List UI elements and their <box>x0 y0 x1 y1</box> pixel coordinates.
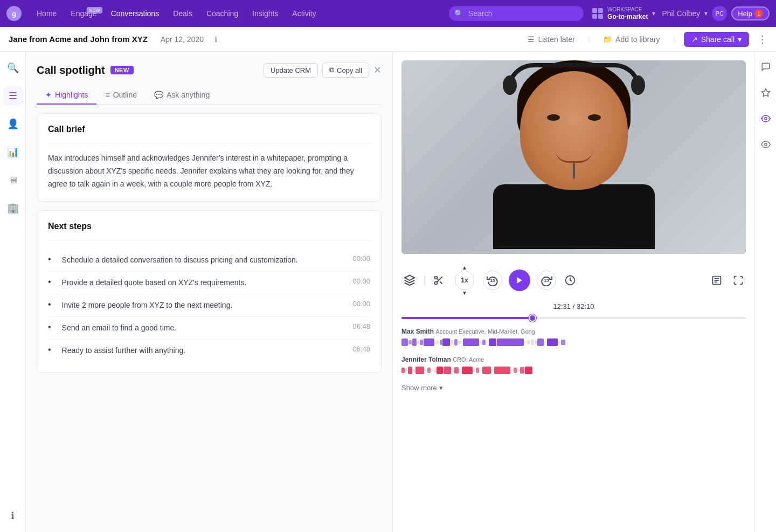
engage-badge: NEW <box>87 7 102 13</box>
update-crm-button[interactable]: Update CRM <box>264 63 318 78</box>
share-call-button[interactable]: ↗ Share call ▾ <box>684 32 749 47</box>
step-time[interactable]: 00:00 <box>352 277 370 285</box>
play-button[interactable] <box>509 270 530 291</box>
next-steps-card: Next steps • Schedule a detailed convers… <box>37 210 382 373</box>
monitor-icon: 🖥 <box>8 175 18 186</box>
right-icon-bar <box>754 52 776 532</box>
sidebar-building-button[interactable]: 🏢 <box>3 198 23 218</box>
add-to-library-button[interactable]: 📁 Add to library <box>599 33 664 46</box>
track-bar-max[interactable] <box>401 337 746 347</box>
speed-down-icon[interactable]: ▼ <box>462 290 467 296</box>
layers-button[interactable] <box>401 272 418 288</box>
user-area: Phil Colbey ▾ PC Help 1 <box>662 6 770 21</box>
copy-all-button[interactable]: ⧉ Copy all <box>322 63 369 78</box>
step-time[interactable]: 06:48 <box>352 345 370 353</box>
clock-button[interactable] <box>563 273 578 288</box>
close-spotlight-button[interactable]: ✕ <box>373 64 382 76</box>
share-icon: ↗ <box>691 35 698 44</box>
bullet-icon: • <box>48 277 51 287</box>
step-time[interactable]: 00:00 <box>352 300 370 308</box>
svg-point-3 <box>435 282 438 285</box>
sidebar-search-button[interactable]: 🔍 <box>3 58 23 78</box>
progress-thumb[interactable] <box>529 314 536 322</box>
speaker-name-jennifer: Jennifer Tolman CRO, Acme <box>401 356 746 363</box>
share-chevron-icon: ▾ <box>738 35 742 44</box>
video-player[interactable] <box>401 60 746 254</box>
next-step-item: • Invite 2 more people from XYZ to the n… <box>48 294 370 317</box>
step-time[interactable]: 00:00 <box>352 254 370 262</box>
sidebar-chart-button[interactable]: 📊 <box>3 142 23 162</box>
nav-coaching[interactable]: Coaching <box>200 6 245 21</box>
user-name[interactable]: Phil Colbey <box>662 9 700 18</box>
svg-marker-7 <box>517 277 522 284</box>
new-badge: NEW <box>110 66 134 74</box>
call-brief-card: Call brief Max introduces himself and ac… <box>37 113 382 202</box>
sidebar-info-button[interactable]: ℹ <box>3 506 23 526</box>
eye-button[interactable] <box>757 136 774 153</box>
skip-back-button[interactable]: 15 <box>483 271 502 290</box>
fullscreen-button[interactable] <box>731 273 746 288</box>
tab-ask-anything[interactable]: 💬 Ask anything <box>146 86 218 105</box>
logo[interactable]: g <box>6 6 22 21</box>
bullet-icon: • <box>48 254 51 264</box>
listen-later-button[interactable]: ☰ Listen later <box>523 33 579 46</box>
tab-highlights[interactable]: ✦ Highlights <box>37 86 96 105</box>
progress-fill <box>401 317 532 319</box>
sub-header: Jane from Acme and John from XYZ Apr 12,… <box>0 27 776 52</box>
star-button[interactable] <box>757 84 774 101</box>
nav-home[interactable]: Home <box>30 6 63 21</box>
speed-button[interactable]: 1x <box>455 271 474 290</box>
track-bar-jennifer[interactable] <box>401 365 746 375</box>
nav-deals[interactable]: Deals <box>167 6 199 21</box>
spotlight-tabs: ✦ Highlights ≡ Outline 💬 Ask anything <box>37 86 382 105</box>
next-step-item: • Ready to assist further with anything.… <box>48 340 370 362</box>
help-button[interactable]: Help 1 <box>731 6 770 20</box>
progress-bar[interactable] <box>401 317 746 319</box>
show-more-button[interactable]: Show more ▾ <box>401 384 746 392</box>
progress-track <box>401 317 746 319</box>
step-text: Provide a detailed quote based on XYZ's … <box>62 277 347 288</box>
copy-icon: ⧉ <box>329 66 334 74</box>
person-icon: 👤 <box>7 118 19 130</box>
content-area: Call spotlight NEW Update CRM ⧉ Copy all… <box>26 52 776 532</box>
nav-engage[interactable]: Engage NEW <box>64 6 103 21</box>
more-options-button[interactable]: ⋮ <box>758 33 767 45</box>
list-icon: ☰ <box>9 90 17 102</box>
next-step-item: • Schedule a detailed conversation to di… <box>48 249 370 272</box>
info-icon[interactable]: ℹ <box>214 35 217 44</box>
workspace-grid-icon <box>592 8 603 19</box>
ask-icon: 💬 <box>154 91 163 99</box>
next-steps-title: Next steps <box>48 222 370 231</box>
main-layout: 🔍 ☰ 👤 📊 🖥 🏢 ℹ Call spotlight NEW <box>0 52 776 532</box>
spotlight-header: Call spotlight NEW Update CRM ⧉ Copy all… <box>37 63 382 78</box>
transcript-button[interactable] <box>709 273 724 288</box>
call-brief-title: Call brief <box>48 125 370 134</box>
chat-button[interactable] <box>757 58 774 75</box>
search-input[interactable] <box>449 6 584 21</box>
scissors-button[interactable] <box>431 273 446 288</box>
search-wrapper: 🔍 <box>449 6 584 21</box>
nav-activity[interactable]: Activity <box>286 6 322 21</box>
help-label: Help <box>738 10 752 18</box>
bullet-icon: • <box>48 345 51 355</box>
sidebar-person-button[interactable]: 👤 <box>3 114 23 134</box>
nav-conversations[interactable]: Conversations <box>105 6 166 21</box>
step-time[interactable]: 06:48 <box>352 322 370 330</box>
user-chevron[interactable]: ▾ <box>704 10 708 17</box>
tab-outline[interactable]: ≡ Outline <box>96 86 146 105</box>
svg-point-15 <box>764 143 767 146</box>
sidebar-list-button[interactable]: ☰ <box>3 86 23 106</box>
workspace-chevron[interactable]: ▾ <box>652 10 655 17</box>
spotlight-title: Call spotlight <box>37 64 105 77</box>
building-icon: 🏢 <box>7 202 19 214</box>
video-frame <box>401 60 746 254</box>
user-avatar[interactable]: PC <box>712 6 727 21</box>
speed-up-icon[interactable]: ▲ <box>462 265 467 271</box>
nav-insights[interactable]: Insights <box>246 6 285 21</box>
top-navigation: g Home Engage NEW Conversations Deals Co… <box>0 0 776 27</box>
skip-forward-button[interactable]: 15 <box>537 271 556 290</box>
sidebar-monitor-button[interactable]: 🖥 <box>3 170 23 190</box>
svg-line-5 <box>440 282 442 285</box>
icon-sidebar: 🔍 ☰ 👤 📊 🖥 🏢 ℹ <box>0 52 26 532</box>
special-icon-button[interactable] <box>757 110 774 127</box>
